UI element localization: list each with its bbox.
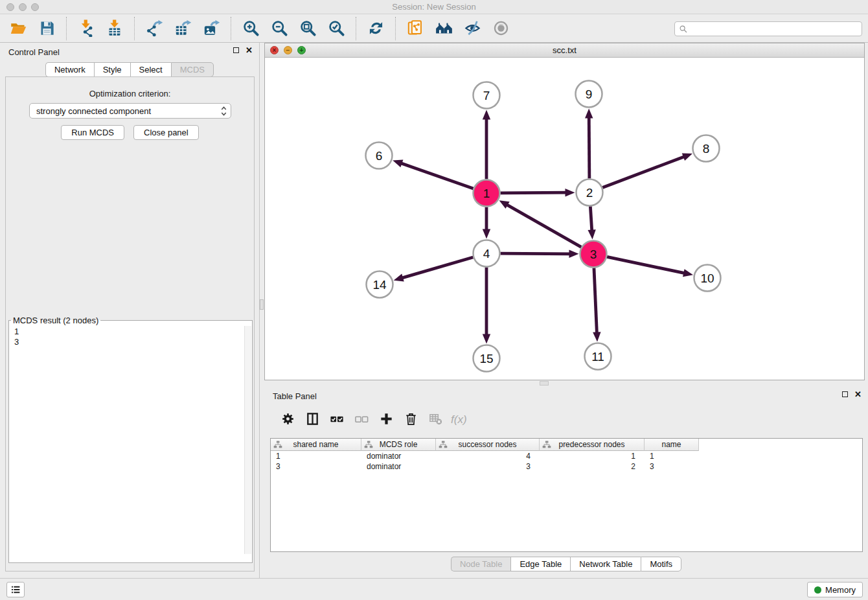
close-panel-button[interactable]: Close panel [133,125,199,140]
export-network-button[interactable] [143,16,166,41]
table-cell[interactable]: dominator [361,451,436,461]
tab-style[interactable]: Style [94,62,130,77]
column-header-label: successor nodes [458,440,516,449]
table-cell[interactable]: 1 [271,451,361,461]
edge-arrowhead [483,334,490,344]
table-cell[interactable]: 4 [436,451,540,461]
task-history-button[interactable] [6,582,25,597]
node-label-4: 4 [483,247,490,260]
horizontal-splitter-grip[interactable] [540,381,549,386]
edge-3-10[interactable] [607,257,685,273]
close-panel-icon[interactable]: ✕ [246,47,253,53]
float-table-panel-icon[interactable] [842,391,848,397]
table-cell[interactable]: 1 [540,451,645,461]
edge-4-14[interactable] [401,257,473,278]
network-graph[interactable]: 7968124314101511 [265,58,864,380]
export-table-button[interactable] [171,16,194,41]
edge-4-3[interactable] [500,253,571,254]
edge-2-3[interactable] [590,206,591,231]
column-header-mcds-role[interactable]: MCDS role [361,439,436,451]
node-label-6: 6 [376,149,383,163]
import-network-button[interactable] [74,16,98,41]
column-header-predecessor-nodes[interactable]: predecessor nodes [540,439,645,451]
edge-arrowhead [393,160,403,168]
node-table[interactable]: shared nameMCDS rolesuccessor nodesprede… [270,438,863,552]
table-row[interactable]: 1dominator411 [271,451,862,461]
tab-node-table[interactable]: Node Table [451,557,511,571]
edge-3-1[interactable] [506,204,581,247]
table-cell[interactable]: 3 [271,461,361,472]
memory-button[interactable]: Memory [807,582,863,597]
zoom-fit-button[interactable] [296,16,319,41]
open-session-button[interactable] [6,16,30,41]
table-mode-button[interactable] [277,409,298,430]
select-all-icon [330,411,345,426]
edge-arrowhead [394,274,404,282]
search-input[interactable] [691,24,858,34]
zoom-out-button[interactable] [268,16,291,41]
table-cell[interactable]: 2 [540,461,645,472]
horizontal-splitter[interactable] [264,380,868,387]
tab-edge-table[interactable]: Edge Table [510,557,570,571]
zoom-in-button[interactable] [239,16,262,41]
float-panel-icon[interactable] [233,47,239,53]
tab-network-table[interactable]: Network Table [570,557,641,571]
run-mcds-button[interactable]: Run MCDS [61,125,124,140]
tab-select[interactable]: Select [130,62,171,77]
edge-arrowhead [585,108,593,118]
column-header-name[interactable]: name [645,439,699,451]
column-type-icon [542,440,551,449]
toolbar-separator [395,17,396,40]
function-builder-button: f(x) [450,409,470,430]
edge-arrowhead [483,229,490,239]
hide-selected-button[interactable] [461,16,484,41]
node-label-15: 15 [479,352,493,365]
mcds-result-text[interactable]: 13 [14,327,19,347]
memory-button-label: Memory [825,585,856,595]
create-column-button[interactable] [376,409,396,430]
delete-columns-button[interactable] [400,409,421,430]
table-row[interactable]: 3dominator323 [271,461,862,472]
edge-2-8[interactable] [602,156,685,187]
search-box[interactable] [674,21,862,36]
criterion-select[interactable]: strongly connected component [29,103,231,119]
column-header-successor-nodes[interactable]: successor nodes [436,439,540,451]
svg-text:f(x): f(x) [451,413,467,425]
edge-1-6[interactable] [400,163,474,189]
zoom-selected-button[interactable] [325,16,348,41]
column-header-shared-name[interactable]: shared name [271,439,361,451]
table-panel-header: Table Panel ✕ [264,387,868,404]
export-image-icon [203,19,220,37]
vertical-splitter[interactable] [260,43,264,578]
tab-motifs[interactable]: Motifs [641,557,681,571]
open-folder-icon [10,19,27,37]
unselect-all-columns-button[interactable] [351,409,372,430]
edge-3-11[interactable] [594,268,597,334]
mcds-result-box: MCDS result (2 nodes) 13 [8,316,253,563]
network-canvas[interactable]: 7968124314101511 [265,58,864,380]
show-columns-button[interactable] [302,409,323,430]
new-network-from-selection-button[interactable] [404,16,427,41]
result-scrollbar[interactable] [244,326,251,554]
table-cell[interactable]: dominator [361,461,436,472]
tab-mcds[interactable]: MCDS [171,62,214,77]
vertical-splitter-grip[interactable] [260,299,264,310]
control-panel-tabs: NetworkStyleSelectMCDS [0,62,259,77]
show-all-icon [492,19,510,37]
select-stepper-icon [220,105,228,117]
edge-1-2[interactable] [500,192,567,193]
node-label-8: 8 [703,142,710,156]
export-image-button[interactable] [200,16,223,41]
column-header-label: MCDS role [380,440,418,449]
houses-button[interactable] [432,16,455,41]
tab-network[interactable]: Network [45,62,94,77]
table-cell[interactable]: 1 [645,451,699,461]
import-table-button[interactable] [103,16,126,41]
table-cell[interactable]: 3 [645,461,699,472]
table-cell[interactable]: 3 [436,461,540,472]
edge-2-9[interactable] [589,116,589,178]
select-all-columns-button[interactable] [326,409,347,430]
refresh-button[interactable] [364,16,387,41]
close-table-panel-icon[interactable]: ✕ [854,391,862,397]
save-session-button[interactable] [35,16,58,41]
